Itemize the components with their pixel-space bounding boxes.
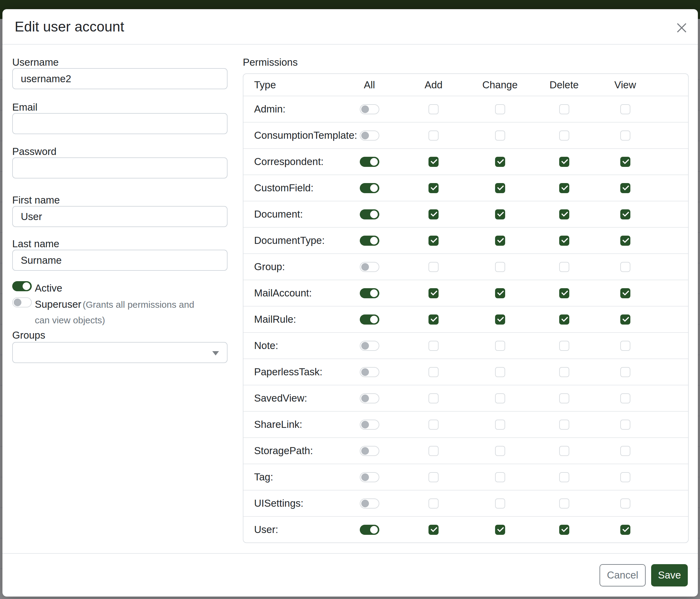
permission-view-checkbox[interactable] [620,262,630,272]
permission-all-toggle[interactable] [360,183,379,193]
permission-change-checkbox[interactable] [495,472,505,482]
permission-all-toggle[interactable] [360,314,379,325]
permission-delete-checkbox[interactable] [559,341,569,351]
permission-add-checkbox[interactable] [428,499,439,508]
permission-view-checkbox[interactable] [620,420,630,430]
permission-all-toggle[interactable] [360,209,379,219]
permission-view-checkbox[interactable] [620,209,630,219]
permission-change-checkbox[interactable] [495,499,505,508]
password-input[interactable] [12,158,227,178]
permission-view-checkbox[interactable] [620,393,630,403]
permission-delete-checkbox[interactable] [559,472,569,482]
permission-view-checkbox[interactable] [620,446,630,456]
permission-add-checkbox[interactable] [428,183,439,193]
permission-view-checkbox[interactable] [620,104,630,114]
permission-delete-checkbox[interactable] [559,393,569,403]
permission-type-label: PaperlessTask: [243,366,338,378]
username-input[interactable] [12,68,227,89]
permission-add-checkbox[interactable] [428,288,439,298]
permission-add-checkbox[interactable] [428,446,439,456]
permission-delete-checkbox[interactable] [559,525,569,535]
permission-add-checkbox[interactable] [428,236,439,246]
permission-change-checkbox[interactable] [495,367,505,377]
permission-change-checkbox[interactable] [495,446,505,456]
permission-all-toggle[interactable] [360,341,379,351]
permission-change-checkbox[interactable] [495,314,505,325]
permission-delete-checkbox[interactable] [559,499,569,508]
cancel-button[interactable]: Cancel [600,564,646,586]
permission-all-toggle[interactable] [360,446,379,456]
permission-delete-checkbox[interactable] [559,446,569,456]
permission-change-checkbox[interactable] [495,209,505,219]
permission-all-toggle[interactable] [360,367,379,377]
permission-view-checkbox[interactable] [620,341,630,351]
permission-delete-checkbox[interactable] [559,262,569,272]
permission-type-label: ConsumptionTemplate: [243,129,338,141]
permission-change-checkbox[interactable] [495,393,505,403]
email-input[interactable] [12,113,227,134]
permission-delete-checkbox[interactable] [559,236,569,246]
first-name-input[interactable] [12,206,227,227]
permission-view-checkbox[interactable] [620,499,630,508]
permission-all-toggle[interactable] [360,157,379,167]
permission-change-checkbox[interactable] [495,341,505,351]
permission-change-checkbox[interactable] [495,525,505,535]
permission-all-toggle[interactable] [360,288,379,298]
permission-change-checkbox[interactable] [495,157,505,167]
permission-change-checkbox[interactable] [495,288,505,298]
permission-view-checkbox[interactable] [620,236,630,246]
permission-add-checkbox[interactable] [428,341,439,351]
permission-view-checkbox[interactable] [620,367,630,377]
save-button[interactable]: Save [651,564,688,586]
permission-add-checkbox[interactable] [428,367,439,377]
permission-view-checkbox[interactable] [620,288,630,298]
permission-all-toggle[interactable] [360,393,379,403]
superuser-toggle[interactable] [12,297,32,308]
permission-add-checkbox[interactable] [428,314,439,325]
permission-all-toggle[interactable] [360,420,379,430]
permission-change-checkbox[interactable] [495,262,505,272]
permission-view-checkbox[interactable] [620,183,630,193]
permission-delete-checkbox[interactable] [559,209,569,219]
permission-add-checkbox[interactable] [428,262,439,272]
permission-all-toggle[interactable] [360,525,379,535]
permission-view-checkbox[interactable] [620,525,630,535]
toggle-knob [361,394,369,402]
permission-view-checkbox[interactable] [620,472,630,482]
permission-add-checkbox[interactable] [428,472,439,482]
permission-view-checkbox[interactable] [620,130,630,141]
permission-view-checkbox[interactable] [620,157,630,167]
permission-delete-checkbox[interactable] [559,183,569,193]
permission-delete-checkbox[interactable] [559,367,569,377]
permission-add-checkbox[interactable] [428,525,439,535]
permission-view-checkbox[interactable] [620,314,630,325]
permission-all-toggle[interactable] [360,130,379,141]
groups-select[interactable] [12,342,227,363]
close-button[interactable] [673,19,691,37]
permission-change-checkbox[interactable] [495,130,505,141]
permission-add-checkbox[interactable] [428,157,439,167]
permission-delete-checkbox[interactable] [559,157,569,167]
permission-all-toggle[interactable] [360,262,379,272]
permission-add-checkbox[interactable] [428,130,439,141]
permission-delete-checkbox[interactable] [559,314,569,325]
permission-delete-checkbox[interactable] [559,288,569,298]
permission-all-toggle[interactable] [360,236,379,246]
permission-change-checkbox[interactable] [495,104,505,114]
permission-add-checkbox[interactable] [428,104,439,114]
permission-delete-checkbox[interactable] [559,420,569,430]
permission-delete-checkbox[interactable] [559,104,569,114]
permission-all-toggle[interactable] [360,104,379,114]
permission-all-toggle[interactable] [360,499,379,508]
permission-all-toggle[interactable] [360,472,379,482]
permission-add-checkbox[interactable] [428,420,439,430]
permission-add-checkbox[interactable] [428,209,439,219]
permission-change-checkbox[interactable] [495,183,505,193]
last-name-input[interactable] [12,250,227,271]
permission-add-checkbox[interactable] [428,393,439,403]
permission-delete-checkbox[interactable] [559,130,569,141]
permission-change-checkbox[interactable] [495,236,505,246]
active-toggle[interactable] [12,281,32,291]
permission-type-label: Admin: [243,103,338,115]
permission-change-checkbox[interactable] [495,420,505,430]
